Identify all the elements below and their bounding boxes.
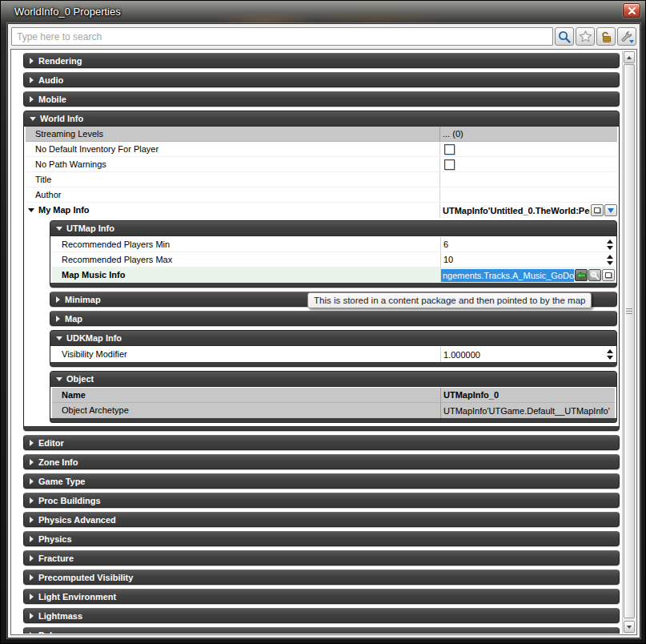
lock-icon xyxy=(600,30,612,43)
arrow-up-icon xyxy=(627,56,632,59)
row-streaming-levels[interactable]: Streaming Levels ... (0) xyxy=(26,127,617,142)
category-rendering[interactable]: Rendering xyxy=(23,53,620,68)
close-button[interactable] xyxy=(623,3,640,18)
row-no-default-inventory[interactable]: No Default Inventory For Player xyxy=(26,142,617,157)
search-input[interactable] xyxy=(11,27,553,46)
expand-arrow-icon xyxy=(30,497,34,504)
square-icon xyxy=(605,272,612,278)
category-editor[interactable]: Editor xyxy=(23,435,620,450)
property-label: Recommended Players Min xyxy=(62,237,170,252)
collapse-arrow-icon xyxy=(30,117,36,121)
checkbox[interactable] xyxy=(444,144,455,155)
category-mobile[interactable]: Mobile xyxy=(23,91,620,107)
category-label: Lightmass xyxy=(38,611,82,621)
checkbox[interactable] xyxy=(444,159,455,170)
close-icon xyxy=(628,7,636,14)
properties-window: WorldInfo_0 Properties xyxy=(0,0,646,644)
spinner-up-icon[interactable] xyxy=(607,239,613,244)
row-author[interactable]: Author xyxy=(26,187,617,203)
category-light-environment[interactable]: Light Environment xyxy=(23,589,620,604)
dropdown-button[interactable] xyxy=(604,204,617,216)
clear-button[interactable] xyxy=(602,269,615,281)
row-no-path-warnings[interactable]: No Path Warnings xyxy=(26,157,617,172)
world-info-body: Streaming Levels ... (0) No Default Inve… xyxy=(24,127,619,426)
expand-arrow-icon xyxy=(30,96,34,103)
expand-arrow-icon xyxy=(30,478,34,485)
use-selected-button[interactable] xyxy=(575,269,588,281)
row-recommended-players-max[interactable]: Recommended Players Max 10 xyxy=(52,252,615,268)
scrollbar-down-button[interactable] xyxy=(624,621,635,633)
category-physics-advanced[interactable]: Physics Advanced xyxy=(23,512,620,527)
property-label: Streaming Levels xyxy=(35,127,103,141)
category-precomputed-visibility[interactable]: Precomputed Visibility xyxy=(23,570,620,585)
expand-arrow-icon xyxy=(30,594,34,600)
scrollbar-thumb[interactable] xyxy=(624,64,635,618)
expand-arrow-icon xyxy=(30,77,34,83)
value-spinner[interactable] xyxy=(607,349,613,360)
row-map-music-info[interactable]: Map Music Info ngements.Tracks.A_Music_G… xyxy=(52,268,615,283)
category-debug[interactable]: Debug xyxy=(23,627,620,634)
favorites-button[interactable] xyxy=(576,27,595,46)
row-object-archetype[interactable]: Object Archetype UTMapInfo'UTGame.Defaul… xyxy=(52,403,615,418)
category-label: Map xyxy=(65,314,82,324)
collapse-arrow-icon[interactable] xyxy=(28,208,34,212)
category-audio[interactable]: Audio xyxy=(23,72,620,87)
collapse-arrow-icon xyxy=(56,227,62,231)
value-spinner[interactable] xyxy=(607,255,613,265)
row-visibility-modifier[interactable]: Visibility Modifier 1.000000 xyxy=(52,347,615,362)
row-my-map-info[interactable]: My Map Info UTMapInfo'Untitled_0.TheWorl… xyxy=(26,203,617,218)
property-label: Visibility Modifier xyxy=(62,347,127,362)
spinner-up-icon[interactable] xyxy=(607,255,613,259)
arrow-down-icon xyxy=(627,626,632,629)
category-lightmass[interactable]: Lightmass xyxy=(23,608,620,623)
clear-button[interactable] xyxy=(591,204,604,216)
row-title[interactable]: Title xyxy=(26,172,617,187)
property-value: UTMapInfo'Untitled_0.TheWorld:Pers xyxy=(443,203,590,218)
category-label: Zone Info xyxy=(38,457,78,467)
square-icon xyxy=(594,207,600,213)
scrollbar-up-button[interactable] xyxy=(624,51,635,63)
category-label: Fracture xyxy=(38,553,74,563)
category-world-info[interactable]: World Info xyxy=(24,111,619,127)
category-label: Object xyxy=(66,374,94,384)
title-bar[interactable]: WorldInfo_0 Properties xyxy=(1,1,645,23)
lock-button[interactable] xyxy=(596,27,616,46)
options-button[interactable] xyxy=(617,27,636,46)
row-name[interactable]: Name UTMapInfo_0 xyxy=(52,388,615,403)
property-label: Map Music Info xyxy=(62,268,125,283)
collapse-arrow-icon xyxy=(56,377,62,381)
spinner-down-icon[interactable] xyxy=(607,246,613,250)
property-label: My Map Info xyxy=(38,203,90,218)
expand-arrow-icon xyxy=(30,440,34,446)
category-proc-buildings[interactable]: Proc Buildings xyxy=(23,493,620,508)
vertical-scrollbar[interactable] xyxy=(622,50,636,634)
find-in-browser-button[interactable] xyxy=(588,269,601,281)
property-value: 1.000000 xyxy=(443,348,480,362)
category-label: Game Type xyxy=(38,477,86,486)
search-button[interactable] xyxy=(555,27,574,46)
collapse-arrow-icon xyxy=(56,336,62,340)
category-zone-info[interactable]: Zone Info xyxy=(23,454,620,469)
subcategory-utmap-info[interactable]: UTMap Info xyxy=(50,221,616,236)
spinner-down-icon[interactable] xyxy=(607,261,613,265)
category-physics[interactable]: Physics xyxy=(23,531,620,546)
category-fracture[interactable]: Fracture xyxy=(23,550,620,566)
category-game-type[interactable]: Game Type xyxy=(23,473,620,489)
property-label: Object Archetype xyxy=(62,403,129,418)
subcategory-udkmap-info[interactable]: UDKMap Info xyxy=(50,331,616,346)
subcategory-map[interactable]: Map xyxy=(50,311,617,326)
subcategory-utmap-info-panel: UTMap Info Recommended Players Min 6 xyxy=(50,220,617,288)
category-label: Audio xyxy=(38,75,63,85)
subcategory-object[interactable]: Object xyxy=(50,372,616,387)
star-icon xyxy=(579,30,592,43)
spinner-down-icon[interactable] xyxy=(607,356,613,360)
expand-arrow-icon xyxy=(30,517,34,523)
row-recommended-players-min[interactable]: Recommended Players Min 6 xyxy=(52,237,615,252)
subcategory-object-panel: Object Name UTMapInfo_0 Object Archetype… xyxy=(50,371,617,423)
property-label: Title xyxy=(35,172,51,187)
value-spinner[interactable] xyxy=(607,239,613,250)
spinner-up-icon[interactable] xyxy=(607,349,613,353)
category-label: World Info xyxy=(40,114,83,123)
property-value: 10 xyxy=(443,252,453,267)
property-value-selected[interactable]: ngements.Tracks.A_Music_GoDown_DM' xyxy=(441,269,574,282)
